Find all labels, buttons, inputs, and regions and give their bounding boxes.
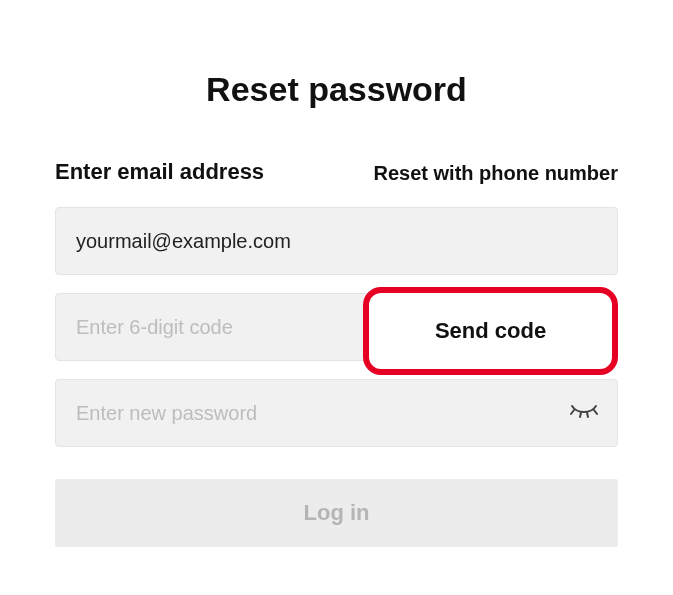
subheader: Enter email address Reset with phone num…	[55, 159, 618, 185]
svg-line-0	[571, 410, 574, 414]
password-input[interactable]	[55, 379, 618, 447]
eye-closed-icon[interactable]	[570, 404, 598, 422]
email-section-label: Enter email address	[55, 159, 264, 185]
code-input[interactable]	[55, 293, 370, 361]
page-title: Reset password	[55, 70, 618, 109]
send-code-button[interactable]: Send code	[363, 287, 618, 375]
password-row	[55, 379, 618, 447]
svg-line-1	[580, 413, 581, 418]
reset-with-phone-link[interactable]: Reset with phone number	[374, 162, 618, 185]
email-input[interactable]	[55, 207, 618, 275]
email-row	[55, 207, 618, 275]
svg-line-2	[587, 413, 588, 418]
code-row: Send code	[55, 293, 618, 361]
login-button[interactable]: Log in	[55, 479, 618, 547]
svg-line-3	[594, 410, 597, 414]
